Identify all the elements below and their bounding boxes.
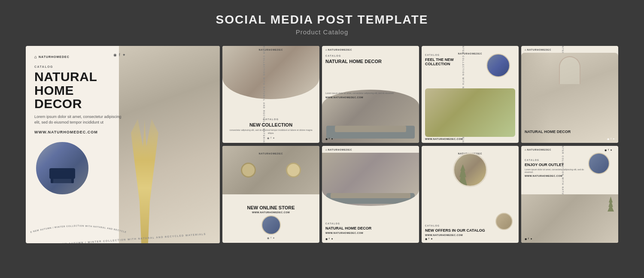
template-grid: ⌂ NATURHOMEDEC ◉ f ✦ CATALOG NATURAL HOM…	[26, 46, 618, 243]
category-card8: CATALOG	[425, 224, 493, 227]
nature-img-4	[425, 88, 515, 137]
heading-card7: NATURAL HOME DECOR	[325, 227, 371, 231]
fb-icon-7: f	[329, 237, 330, 240]
card-feel-collection: WINTER COLLECTION WITH NATURAL AND RECYC…	[422, 46, 519, 143]
chair-circle-img	[34, 140, 90, 196]
ig-icon-3: ◉	[325, 137, 328, 140]
chair-circle-9	[588, 153, 610, 174]
url-card6: WWW.NATURHOMEDEC.COM	[227, 211, 315, 214]
url-card8: WWW.NATURHOMEDEC.COM	[425, 234, 493, 236]
fb-icon-6: f	[270, 236, 271, 239]
brand-card3: ⌂ NATURHOMEDEC	[325, 48, 352, 51]
twitter-icon: ✦	[122, 53, 126, 57]
category-card3: CATALOG	[325, 54, 382, 57]
social-card5: ◉ f ✦	[607, 137, 615, 140]
brand-row-5: ⌂ NATURHOMEDEC	[525, 48, 551, 51]
plants-circle-8	[453, 153, 487, 187]
body-large: Lorem ipsum dolor sit amet, consectetur …	[34, 114, 124, 126]
fb-icon-9t: f	[608, 148, 609, 151]
heading-card8: NEW OFFERS IN OUR CATALOG	[425, 229, 493, 233]
tw-icon-2: ✦	[273, 136, 275, 139]
large-card-left: ⌂ NATURHOMEDEC ◉ f ✦ CATALOG NATURAL HOM…	[26, 46, 133, 243]
rattan-circle-1	[241, 163, 256, 178]
table-shape-7	[331, 193, 410, 198]
plant-shape-9	[608, 196, 614, 212]
chair-circle-6	[261, 215, 281, 235]
fb-icon-2: f	[270, 136, 271, 139]
brand-card2: NATURHOMEDEC	[222, 48, 319, 51]
text-card9: CATALOG ENJOY OUR OUTLET Lorem ipsum dol…	[525, 159, 588, 177]
fb-icon-3: f	[329, 137, 330, 140]
card4-text: CATALOG FEEL THE NEW COLLECTION	[425, 54, 478, 66]
arch-photo-inner	[222, 46, 319, 99]
url-social-4: WWW.NATURHOMEDEC.COM	[425, 138, 463, 140]
tw-icon-6: ✦	[273, 236, 275, 239]
heading-card4: FEEL THE NEW COLLECTION	[425, 58, 478, 66]
page-subtitle: Product Catalog	[216, 28, 428, 36]
plant-shape-8	[459, 164, 467, 186]
card-outlet: WINTER COLLECTION WITH NATURAL AND RECYC…	[521, 146, 618, 243]
social-icons-large: ◉ f ✦	[113, 53, 126, 57]
page-title: SOCIAL MEDIA POST TEMPLATE	[216, 13, 428, 27]
heading-card5: NATURAL HOME DECOR	[525, 130, 571, 134]
chair-shape	[47, 153, 77, 183]
card-online-store: NATURHOMEDEC NEW ONLINE STORE WWW.NATURH…	[222, 146, 319, 243]
category-large: CATALOG	[34, 65, 124, 68]
home-icon-3: ⌂	[325, 48, 327, 51]
card2-bottom-content: CATALOG NEW COLLECTION consectetur adipi…	[222, 118, 319, 139]
brand-card6: NATURHOMEDEC	[222, 148, 319, 156]
heading-card6: NEW ONLINE STORE	[227, 205, 315, 210]
text-card7: CATALOG NATURAL HOME DECOR WWW.NATURHOME…	[325, 222, 371, 234]
svg-text:DISCOVER THE NEW AUTUMN / WINT: DISCOVER THE NEW AUTUMN / WINTER COLLECT…	[30, 218, 127, 233]
social-top-card9: ◉ f ✦	[605, 148, 612, 151]
home-icon: ⌂	[34, 54, 37, 59]
large-card-photo	[119, 46, 220, 243]
social-card6: ◉ f ✦	[227, 236, 315, 239]
card-natural-decor: ⌂ NATURHOMEDEC CATALOG NATURAL HOME DECO…	[322, 46, 419, 143]
body-card3: Lorem ipsum dolor sit amet, consectetur …	[325, 92, 416, 95]
fb-icon-9: f	[528, 237, 529, 240]
ig-icon-9t: ◉	[605, 148, 607, 151]
body-card9: Lorem ipsum dolor sit amet, consectetur …	[525, 168, 588, 174]
rattan-circle-2	[286, 163, 301, 178]
card-arch-decor: NATURHOMEDEC WINTER COLLECTION WITH NATU…	[521, 46, 618, 143]
brand-row-9: ⌂ NATURHOMEDEC	[525, 148, 551, 151]
fb-icon-5: f	[611, 137, 611, 140]
pampas-decoration	[128, 105, 162, 243]
category-card2: CATALOG	[227, 118, 315, 121]
large-card-content: ⌂ NATURHOMEDEC ◉ f ✦ CATALOG NATURAL HOM…	[26, 46, 220, 243]
social-card7: ◉ f ✦	[325, 237, 333, 240]
tw-icon-7: ✦	[331, 237, 333, 240]
home-icon-5: ⌂	[525, 48, 526, 51]
card-new-offers: NATURHOMEDEC CATALOG NEW OFFERS IN OUR C…	[422, 146, 519, 243]
social-card8: ◉ f ✦	[425, 237, 493, 240]
table-shape	[335, 126, 406, 132]
card-new-collection: NATURHOMEDEC WINTER COLLECTION WITH NATU…	[222, 46, 319, 143]
ig-icon-8: ◉	[425, 237, 427, 240]
url-card7: WWW.NATURHOMEDEC.COM	[325, 232, 371, 234]
facebook-icon: f	[119, 53, 120, 57]
brand-name-6: NATURHOMEDEC	[259, 152, 283, 155]
brand-row-7: ⌂ NATURHOMEDEC	[325, 148, 352, 151]
rattan-chair-8	[495, 213, 513, 230]
social-card2: ◉ f ✦	[227, 136, 315, 139]
brand-area: ⌂ NATURHOMEDEC	[34, 54, 124, 59]
brand-card9: ⌂ NATURHOMEDEC	[525, 148, 551, 151]
room-img-9	[521, 194, 618, 243]
tw-icon-9: ✦	[530, 237, 532, 240]
brand-name: NATURHOMEDEC	[39, 55, 70, 58]
instagram-icon: ◉	[113, 53, 117, 57]
ig-icon-5: ◉	[607, 137, 609, 140]
heading-card9: ENJOY OUR OUTLET	[525, 163, 588, 167]
living-room-img-7	[322, 153, 419, 206]
home-icon-7: ⌂	[325, 148, 327, 151]
tw-icon-3: ✦	[331, 137, 333, 140]
brand-name-3: NATURHOMEDEC	[328, 48, 352, 51]
page-header: SOCIAL MEDIA POST TEMPLATE Product Catal…	[216, 13, 428, 36]
card-large: ⌂ NATURHOMEDEC ◉ f ✦ CATALOG NATURAL HOM…	[26, 46, 220, 243]
arch-window	[559, 56, 580, 84]
bottom-text-container: DISCOVER THE NEW AUTUMN / WINTER COLLECT…	[30, 218, 127, 239]
brand-5: NATURHOMEDEC	[527, 48, 552, 51]
heading-card3: NATURAL HOME DECOR	[325, 59, 382, 64]
card6-bottom: NEW ONLINE STORE WWW.NATURHOMEDEC.COM ◉ …	[222, 205, 319, 239]
